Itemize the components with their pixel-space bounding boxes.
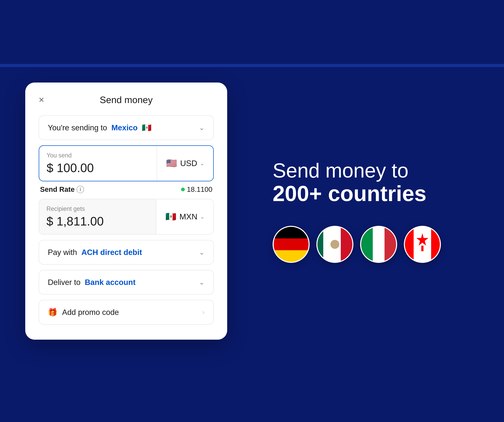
recipient-currency-chevron: ⌄ [200, 214, 205, 220]
recipient-gets-label: Recipient gets [47, 205, 148, 212]
svg-rect-2 [274, 250, 309, 262]
send-currency-code: USD [180, 159, 197, 168]
you-send-label: You send [47, 152, 149, 159]
recipient-currency-code: MXN [179, 212, 197, 221]
usd-flag: 🇺🇸 [166, 158, 178, 169]
send-rate-row: Send Rate i 18.1100 [39, 185, 214, 194]
blue-stripe [0, 64, 504, 67]
canada-flag [404, 226, 441, 263]
sending-to-text: You're sending to Mexico 🇲🇽 [48, 123, 151, 132]
deliver-to-card[interactable]: Deliver to Bank account ⌄ [39, 270, 214, 294]
pay-with-card[interactable]: Pay with ACH direct debit ⌄ [39, 240, 214, 264]
mexico-flag [316, 226, 353, 263]
send-rate-label: Send Rate i [40, 185, 84, 194]
green-dot [181, 188, 185, 191]
recipient-gets-amount: $ 1,811.00 [47, 214, 148, 228]
info-icon[interactable]: i [77, 186, 84, 193]
recipient-left[interactable]: Recipient gets $ 1,811.00 [39, 199, 156, 234]
promo-code-card[interactable]: 🎁 Add promo code › [39, 300, 214, 324]
promo-left: 🎁 Add promo code [48, 308, 119, 317]
modal-title: Send money [100, 94, 153, 105]
country-flags-row [273, 226, 484, 263]
svg-rect-11 [405, 227, 414, 262]
italy-flag [360, 226, 397, 263]
promo-chevron: › [203, 308, 205, 316]
close-button[interactable]: × [39, 95, 44, 104]
recipient-gets-card: Recipient gets $ 1,811.00 🇲🇽 MXN ⌄ [39, 199, 214, 235]
svg-rect-9 [361, 227, 373, 262]
send-money-modal: × Send money You're sending to Mexico 🇲🇽… [25, 83, 227, 340]
send-currency-button[interactable]: 🇺🇸 USD ⌄ [157, 146, 213, 181]
svg-point-6 [330, 240, 339, 249]
svg-rect-12 [431, 227, 440, 262]
tagline: Send money to 200+ countries [273, 159, 484, 206]
recipient-currency-button[interactable]: 🇲🇽 MXN ⌄ [156, 199, 213, 234]
send-rate-value: 18.1100 [181, 185, 212, 194]
germany-flag [273, 226, 310, 263]
pay-with-text: Pay with ACH direct debit [48, 248, 142, 257]
you-send-card: You send $ 100.00 🇺🇸 USD ⌄ [39, 145, 214, 181]
svg-rect-1 [274, 239, 309, 250]
tagline-line1: Send money to [273, 159, 484, 182]
tagline-line2: 200+ countries [273, 182, 484, 206]
left-panel: × Send money You're sending to Mexico 🇲🇽… [0, 0, 252, 422]
deliver-to-text: Deliver to Bank account [48, 278, 136, 287]
svg-rect-5 [341, 227, 352, 262]
promo-text: Add promo code [62, 308, 119, 317]
send-currency-chevron: ⌄ [200, 160, 204, 166]
svg-rect-0 [274, 227, 309, 239]
svg-rect-14 [421, 245, 423, 251]
deliver-to-chevron: ⌄ [199, 278, 205, 286]
gift-icon: 🎁 [48, 308, 57, 317]
sending-to-card[interactable]: You're sending to Mexico 🇲🇽 ⌄ [39, 115, 214, 140]
you-send-amount: $ 100.00 [47, 161, 149, 175]
sending-to-chevron: ⌄ [199, 124, 205, 132]
modal-header: × Send money [39, 94, 214, 105]
mxn-flag: 🇲🇽 [165, 211, 177, 223]
send-amount-left[interactable]: You send $ 100.00 [39, 146, 157, 181]
pay-with-chevron: ⌄ [199, 248, 205, 256]
right-panel: Send money to 200+ countries [252, 0, 504, 422]
